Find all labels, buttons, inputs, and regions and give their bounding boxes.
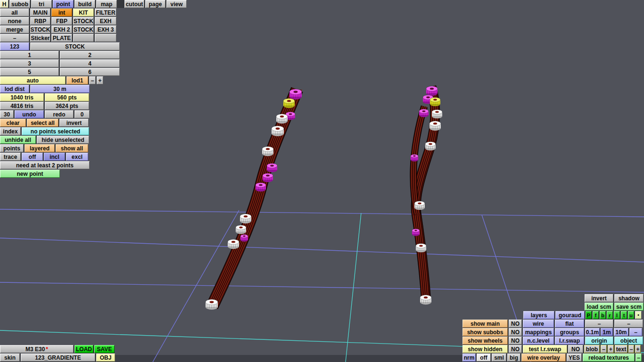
page-button[interactable]: page	[145, 0, 165, 8]
nrm-button[interactable]: nrm	[462, 354, 476, 362]
blank-button[interactable]: –	[89, 76, 96, 84]
blank-button[interactable]: +	[97, 76, 103, 84]
2-button[interactable]: 2	[60, 51, 120, 59]
incl-button[interactable]: incl	[44, 153, 65, 161]
show-hidden-toggle[interactable]: NO	[509, 345, 522, 353]
reload-textures-button[interactable]: reload textures	[583, 354, 635, 362]
obj-button[interactable]: OBJ	[96, 354, 115, 362]
h-button[interactable]: H	[0, 0, 8, 8]
text-button[interactable]: text	[615, 345, 627, 353]
rbp-button[interactable]: RBP	[30, 17, 50, 25]
index-button[interactable]: index	[0, 127, 21, 135]
dot-button[interactable]: •	[635, 311, 642, 319]
3-button[interactable]: 3	[0, 59, 59, 67]
object-button[interactable]: object	[614, 337, 643, 345]
trace-button[interactable]: trace	[0, 153, 21, 161]
6-button[interactable]: 6	[60, 68, 120, 76]
groups-button[interactable]: groups	[555, 328, 584, 336]
l-r-swap-button[interactable]: l.r.swap	[555, 337, 584, 345]
blank-button[interactable]	[73, 34, 94, 42]
exh-2-button[interactable]: EXH 2	[51, 25, 72, 33]
new-point-button[interactable]: new point	[0, 170, 60, 178]
auto-button[interactable]: auto	[0, 76, 66, 84]
layered-button[interactable]: layered	[25, 144, 55, 152]
off-button[interactable]: off	[22, 153, 43, 161]
tri-button[interactable]: tri	[31, 0, 52, 8]
blank-button[interactable]: –	[636, 354, 642, 362]
blob-button[interactable]: blob	[584, 345, 600, 353]
stock-button[interactable]: STOCK	[30, 25, 50, 33]
lod1-button[interactable]: lod1	[66, 76, 88, 84]
origin-button[interactable]: origin	[585, 337, 613, 345]
kit-button[interactable]: KIT	[73, 8, 94, 16]
b-button[interactable]: b	[600, 311, 606, 319]
hide-unselected-button[interactable]: hide unselected	[37, 136, 89, 144]
test-l-r-swap-button[interactable]: test l.r.swap	[523, 345, 567, 353]
n-c-level-button[interactable]: n.c.level	[523, 337, 554, 345]
unhide-all-button[interactable]: unhide all	[0, 136, 36, 144]
off-button[interactable]: off	[477, 354, 491, 362]
10m-button[interactable]: 10m	[614, 328, 628, 336]
subob-button[interactable]: subob	[9, 0, 30, 8]
show-main-button[interactable]: show main	[462, 320, 508, 328]
invert-button[interactable]: invert	[59, 119, 89, 127]
5-button[interactable]: 5	[0, 68, 59, 76]
exh-button[interactable]: EXH	[95, 17, 116, 25]
wire-overlay-toggle[interactable]: YES	[567, 354, 582, 362]
big-button[interactable]: big	[507, 354, 520, 362]
filter-button[interactable]: FILTER	[95, 8, 116, 16]
point-button[interactable]: point	[53, 0, 74, 8]
blank-button[interactable]: –	[628, 345, 634, 353]
map-button[interactable]: map	[96, 0, 117, 8]
load-scm-button[interactable]: load scm	[585, 303, 613, 311]
blank-button[interactable]	[95, 34, 116, 42]
gouraud-button[interactable]: gouraud	[555, 311, 585, 319]
4-button[interactable]: 4	[60, 59, 120, 67]
stock-button[interactable]: STOCK	[30, 42, 120, 50]
p-button[interactable]: P	[586, 311, 592, 319]
1-button[interactable]: 1	[0, 51, 59, 59]
file-name-button[interactable]: M3 E30*	[0, 345, 74, 353]
fbp-button[interactable]: FBP	[51, 17, 72, 25]
sticker-button[interactable]: Sticker	[30, 34, 50, 42]
none-button[interactable]: none	[0, 17, 29, 25]
blank-button[interactable]: –	[585, 320, 613, 328]
layers-button[interactable]: layers	[523, 311, 554, 319]
select-all-button[interactable]: select all	[27, 119, 58, 127]
main-button[interactable]: MAIN	[30, 8, 50, 16]
cutout-button[interactable]: cutout	[124, 0, 144, 8]
save-scm-button[interactable]: save scm	[614, 303, 644, 311]
1m-button[interactable]: 1m	[601, 328, 613, 336]
undo-button[interactable]: undo	[15, 110, 44, 118]
30-m-button[interactable]: 30 m	[30, 85, 90, 93]
u-button[interactable]: u	[628, 311, 634, 319]
blank-button[interactable]: –	[629, 328, 642, 336]
wire-button[interactable]: wire	[523, 320, 554, 328]
blank-button[interactable]: +	[608, 345, 614, 353]
l-button[interactable]: l	[614, 311, 620, 319]
flat-button[interactable]: flat	[555, 320, 584, 328]
shadow-button[interactable]: shadow	[614, 294, 644, 302]
test-lr-swap-toggle[interactable]: NO	[568, 345, 583, 353]
show-wheels-toggle[interactable]: NO	[509, 337, 522, 345]
invert-button[interactable]: invert	[585, 294, 613, 302]
lod-dist-button[interactable]: lod dist	[0, 85, 29, 93]
view-button[interactable]: view	[166, 0, 187, 8]
show-all-button[interactable]: show all	[56, 144, 88, 152]
blank-button[interactable]: –	[614, 320, 643, 328]
clear-button[interactable]: clear	[0, 119, 26, 127]
mappings-button[interactable]: mappings	[523, 328, 554, 336]
show-subobs-button[interactable]: show subobs	[462, 328, 508, 336]
sml-button[interactable]: sml	[492, 354, 506, 362]
show-hidden-button[interactable]: show hidden	[462, 345, 508, 353]
excl-button[interactable]: excl	[66, 153, 88, 161]
points-button[interactable]: points	[0, 144, 24, 152]
skin-name-button[interactable]: 123_GRADIENTE	[21, 354, 95, 362]
blank-button[interactable]: –	[601, 345, 607, 353]
wire-overlay-button[interactable]: wire overlay	[521, 354, 566, 362]
0-1m-button[interactable]: 0.1m	[585, 328, 600, 336]
t-button[interactable]: t	[621, 311, 627, 319]
r-button[interactable]: r	[607, 311, 613, 319]
blank-button[interactable]: –	[0, 34, 29, 42]
exh-3-button[interactable]: EXH 3	[95, 25, 116, 33]
